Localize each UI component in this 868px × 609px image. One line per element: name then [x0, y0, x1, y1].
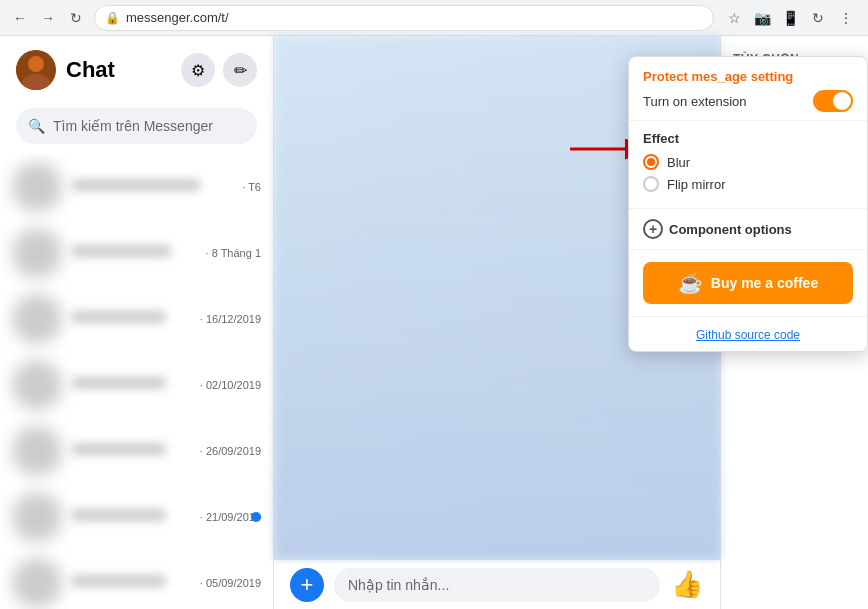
like-button[interactable]: 👍 — [670, 568, 704, 602]
main-layout: Chat ⚙ ✏ 🔍 Tìm kiếm trên Messenger · T6 — [0, 36, 868, 609]
buy-coffee-button[interactable]: ☕ Buy me a coffee — [643, 262, 853, 304]
chat-avatar — [12, 558, 62, 608]
chat-date: · T6 — [242, 181, 261, 193]
chat-info — [72, 245, 196, 261]
component-options-label: Component options — [669, 222, 792, 237]
message-input[interactable]: Nhập tin nhắn... — [334, 568, 660, 602]
chat-name — [72, 245, 171, 257]
chat-avatar — [12, 492, 62, 542]
popup-component-section: + Component options — [629, 209, 867, 250]
phone-button[interactable]: 📱 — [778, 6, 802, 30]
chat-item[interactable]: · 02/10/2019 — [0, 352, 273, 418]
popup-title: Protect mes_age setting — [643, 69, 853, 84]
star-button[interactable]: ☆ — [722, 6, 746, 30]
chat-item[interactable]: · 21/09/2019 — [0, 484, 273, 550]
popup-effect-title: Effect — [643, 131, 853, 146]
chat-item[interactable]: · 05/09/2019 — [0, 550, 273, 609]
search-bar[interactable]: 🔍 Tìm kiếm trên Messenger — [16, 108, 257, 144]
svg-point-1 — [28, 56, 44, 72]
popup-github-section: Github source code — [629, 317, 867, 351]
compose-button[interactable]: ✏ — [223, 53, 257, 87]
back-button[interactable]: ← — [10, 8, 30, 28]
chat-date: · 02/10/2019 — [200, 379, 261, 391]
chat-item[interactable]: · 26/09/2019 — [0, 418, 273, 484]
screenshot-button[interactable]: 📷 — [750, 6, 774, 30]
flip-mirror-option[interactable]: Flip mirror — [643, 176, 853, 192]
refresh-button[interactable]: ↻ — [66, 8, 86, 28]
chat-info — [72, 509, 190, 525]
github-link[interactable]: Github source code — [696, 328, 800, 342]
blur-option[interactable]: Blur — [643, 154, 853, 170]
plus-icon: + — [301, 572, 314, 598]
extension-popup: Protect mes_age setting Turn on extensio… — [628, 56, 868, 352]
sidebar-icons: ⚙ ✏ — [181, 53, 257, 87]
component-plus-icon: + — [643, 219, 663, 239]
chat-item[interactable]: · T6 — [0, 154, 273, 220]
avatar — [16, 50, 56, 90]
chat-avatar — [12, 162, 62, 212]
chat-item[interactable]: · 8 Tháng 1 — [0, 220, 273, 286]
browser-actions: ☆ 📷 📱 ↻ ⋮ — [722, 6, 858, 30]
chat-avatar — [12, 360, 62, 410]
coffee-icon: ☕ — [678, 271, 703, 295]
flip-mirror-radio[interactable] — [643, 176, 659, 192]
chat-name — [72, 443, 166, 455]
chat-info — [72, 377, 190, 393]
browser-chrome: ← → ↻ 🔒 messenger.com/t/ ☆ 📷 📱 ↻ ⋮ — [0, 0, 868, 36]
more-button[interactable]: ⋮ — [834, 6, 858, 30]
blur-label: Blur — [667, 155, 690, 170]
chat-date: · 26/09/2019 — [200, 445, 261, 457]
settings-button[interactable]: ⚙ — [181, 53, 215, 87]
unread-dot — [251, 512, 261, 522]
url-text: messenger.com/t/ — [126, 10, 229, 25]
flip-mirror-label: Flip mirror — [667, 177, 726, 192]
search-icon: 🔍 — [28, 118, 45, 134]
blur-radio[interactable] — [643, 154, 659, 170]
search-placeholder: Tìm kiếm trên Messenger — [53, 118, 213, 134]
sync-button[interactable]: ↻ — [806, 6, 830, 30]
chat-item[interactable]: · 16/12/2019 — [0, 286, 273, 352]
popup-coffee-section: ☕ Buy me a coffee — [629, 250, 867, 317]
toggle-switch[interactable] — [813, 90, 853, 112]
chat-name — [72, 509, 166, 521]
chat-name — [72, 575, 166, 587]
sidebar: Chat ⚙ ✏ 🔍 Tìm kiếm trên Messenger · T6 — [0, 36, 274, 609]
buy-coffee-label: Buy me a coffee — [711, 275, 818, 291]
chat-list: · T6 · 8 Tháng 1 · 16/12/2019 — [0, 154, 273, 609]
chat-date: · 05/09/2019 — [200, 577, 261, 589]
chat-info — [72, 575, 190, 591]
component-options-button[interactable]: + Component options — [643, 219, 853, 239]
chat-avatar — [12, 294, 62, 344]
chat-name — [72, 179, 200, 191]
add-attachment-button[interactable]: + — [290, 568, 324, 602]
address-bar[interactable]: 🔒 messenger.com/t/ — [94, 5, 714, 31]
chat-avatar — [12, 426, 62, 476]
chat-name — [72, 311, 166, 323]
chat-name — [72, 377, 166, 389]
lock-icon: 🔒 — [105, 11, 120, 25]
chat-info — [72, 443, 190, 459]
chat-info — [72, 311, 190, 327]
popup-toggle-row: Turn on extension — [643, 90, 853, 112]
thumbs-up-icon: 👍 — [671, 569, 703, 600]
forward-button[interactable]: → — [38, 8, 58, 28]
chat-date: · 8 Tháng 1 — [206, 247, 261, 259]
popup-toggle-label: Turn on extension — [643, 94, 747, 109]
message-bar: + Nhập tin nhắn... 👍 — [274, 559, 720, 609]
popup-effect-section: Effect Blur Flip mirror — [629, 121, 867, 209]
popup-header: Protect mes_age setting Turn on extensio… — [629, 57, 867, 121]
chat-avatar — [12, 228, 62, 278]
message-placeholder: Nhập tin nhắn... — [348, 577, 449, 593]
sidebar-header: Chat ⚙ ✏ — [0, 36, 273, 104]
chat-info — [72, 179, 232, 195]
chat-date: · 16/12/2019 — [200, 313, 261, 325]
sidebar-title: Chat — [66, 57, 171, 83]
